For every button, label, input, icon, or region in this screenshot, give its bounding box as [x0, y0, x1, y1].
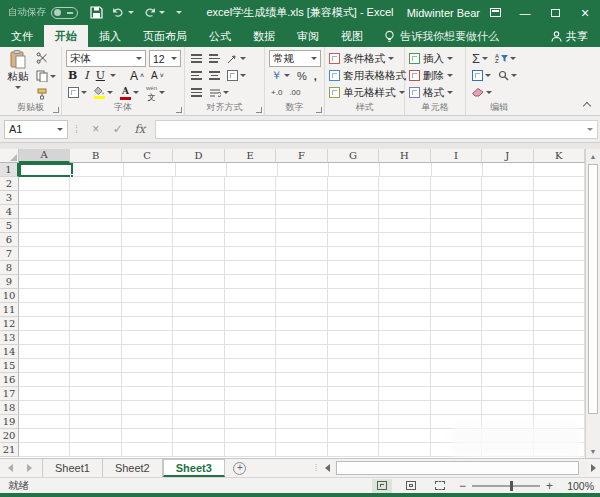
cell-J11[interactable]: [482, 303, 533, 317]
cell-J17[interactable]: [482, 387, 533, 401]
cell-H2[interactable]: [379, 177, 430, 191]
styles-item-1[interactable]: 套用表格格式: [329, 67, 401, 84]
cell-F11[interactable]: [276, 303, 327, 317]
font-dialog-launcher[interactable]: [176, 107, 182, 113]
cell-I17[interactable]: [431, 387, 482, 401]
row-header-17[interactable]: 17: [0, 387, 19, 401]
cells-item-2[interactable]: 格式: [409, 84, 462, 101]
cell-C5[interactable]: [122, 219, 173, 233]
tell-me-box[interactable]: 告诉我你想要做什么: [384, 25, 499, 47]
cell-I14[interactable]: [431, 345, 482, 359]
cell-C1[interactable]: [124, 163, 175, 177]
cell-C18[interactable]: [122, 401, 173, 415]
cell-J18[interactable]: [482, 401, 533, 415]
tab-公式[interactable]: 公式: [198, 25, 242, 47]
cells-item-1[interactable]: 删除: [409, 67, 462, 84]
merge-center-button[interactable]: [225, 68, 248, 84]
cell-B15[interactable]: [70, 359, 121, 373]
cells-item-0[interactable]: 插入: [409, 50, 462, 67]
cell-J15[interactable]: [482, 359, 533, 373]
underline-button[interactable]: U: [94, 68, 107, 84]
bold-button[interactable]: B: [66, 68, 79, 84]
cell-J4[interactable]: [482, 205, 533, 219]
format-painter-button[interactable]: [34, 86, 58, 102]
font-name-combo[interactable]: 宋体: [66, 50, 146, 67]
cell-C13[interactable]: [122, 331, 173, 345]
cell-A8[interactable]: [19, 261, 70, 275]
cell-K4[interactable]: [534, 205, 585, 219]
cell-G8[interactable]: [328, 261, 379, 275]
cell-B6[interactable]: [70, 233, 121, 247]
cell-H13[interactable]: [379, 331, 430, 345]
cell-F3[interactable]: [276, 191, 327, 205]
cell-A10[interactable]: [19, 289, 70, 303]
column-header-E[interactable]: E: [225, 149, 276, 163]
column-header-D[interactable]: D: [173, 149, 224, 163]
percent-style-button[interactable]: %: [295, 68, 309, 84]
cell-G1[interactable]: [329, 163, 380, 177]
cell-J7[interactable]: [482, 247, 533, 261]
cell-D15[interactable]: [173, 359, 224, 373]
cell-E18[interactable]: [225, 401, 276, 415]
cell-G19[interactable]: [328, 415, 379, 429]
accounting-format-button[interactable]: ￥: [269, 68, 292, 84]
cell-E13[interactable]: [225, 331, 276, 345]
cell-H16[interactable]: [379, 373, 430, 387]
row-header-5[interactable]: 5: [0, 219, 19, 233]
cell-K7[interactable]: [534, 247, 585, 261]
cell-H9[interactable]: [379, 275, 430, 289]
cell-J1[interactable]: [483, 163, 534, 177]
page-layout-view-button[interactable]: [401, 479, 421, 493]
cell-H17[interactable]: [379, 387, 430, 401]
cancel-button[interactable]: ×: [85, 122, 107, 136]
horizontal-scrollbar[interactable]: [334, 461, 587, 475]
zoom-in-button[interactable]: +: [546, 480, 553, 492]
column-header-C[interactable]: C: [122, 149, 173, 163]
column-header-A[interactable]: A: [19, 149, 70, 163]
normal-view-button[interactable]: [372, 479, 392, 493]
paste-dropdown-icon[interactable]: [15, 86, 21, 89]
cell-A9[interactable]: [19, 275, 70, 289]
scroll-up-icon[interactable]: ▲: [586, 149, 600, 163]
cell-F20[interactable]: [276, 429, 327, 443]
cell-E12[interactable]: [225, 317, 276, 331]
cell-H10[interactable]: [379, 289, 430, 303]
cell-A20[interactable]: [19, 429, 70, 443]
fill-color-button[interactable]: [92, 85, 115, 101]
cell-B16[interactable]: [70, 373, 121, 387]
expand-formula-bar-icon[interactable]: [587, 128, 593, 131]
cell-H8[interactable]: [379, 261, 430, 275]
cell-B3[interactable]: [70, 191, 121, 205]
zoom-level[interactable]: 100%: [562, 480, 594, 492]
cell-B20[interactable]: [70, 429, 121, 443]
zoom-slider-handle[interactable]: [510, 481, 513, 491]
cell-E15[interactable]: [225, 359, 276, 373]
cell-K13[interactable]: [534, 331, 585, 345]
cell-A19[interactable]: [19, 415, 70, 429]
cell-C17[interactable]: [122, 387, 173, 401]
cell-C12[interactable]: [122, 317, 173, 331]
cell-C14[interactable]: [122, 345, 173, 359]
cell-D3[interactable]: [173, 191, 224, 205]
copy-button[interactable]: [34, 68, 58, 84]
insert-function-button[interactable]: fx: [129, 122, 151, 136]
cell-J2[interactable]: [482, 177, 533, 191]
row-header-8[interactable]: 8: [0, 261, 19, 275]
cell-A4[interactable]: [19, 205, 70, 219]
tab-视图[interactable]: 视图: [330, 25, 374, 47]
cell-I18[interactable]: [431, 401, 482, 415]
cell-K12[interactable]: [534, 317, 585, 331]
cell-F6[interactable]: [276, 233, 327, 247]
column-header-I[interactable]: I: [431, 149, 482, 163]
cell-B18[interactable]: [70, 401, 121, 415]
fill-button[interactable]: [470, 68, 493, 84]
cell-H15[interactable]: [379, 359, 430, 373]
cell-J12[interactable]: [482, 317, 533, 331]
cell-H18[interactable]: [379, 401, 430, 415]
cell-E19[interactable]: [225, 415, 276, 429]
column-header-H[interactable]: H: [379, 149, 430, 163]
cell-E10[interactable]: [225, 289, 276, 303]
cell-H3[interactable]: [379, 191, 430, 205]
cell-D21[interactable]: [173, 443, 224, 457]
column-header-B[interactable]: B: [70, 149, 121, 163]
